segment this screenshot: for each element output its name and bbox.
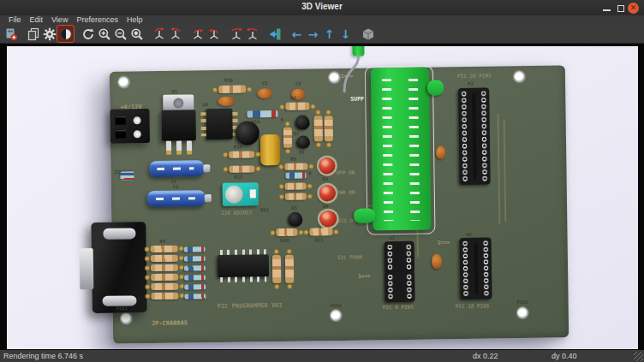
- resistor-ladder: [151, 246, 178, 252]
- rotate-y-counterclockwise-button[interactable]: [206, 26, 222, 42]
- diode-d10: [247, 110, 277, 118]
- mounting-hole: [517, 307, 528, 318]
- move-left-button[interactable]: ←: [289, 26, 305, 42]
- diode-d1: [296, 135, 310, 148]
- minimize-button[interactable]: [603, 9, 611, 11]
- dip-socket-28: [458, 88, 491, 185]
- rotate-y-clockwise-button[interactable]: [189, 26, 206, 42]
- resistor-r17: [325, 116, 333, 141]
- diode-ladder: [184, 265, 206, 270]
- resistor-r15: [229, 165, 254, 172]
- window-title: 3D Viewer: [0, 2, 644, 11]
- render-options-button[interactable]: [41, 26, 57, 42]
- resistor-ladder: [151, 274, 178, 281]
- ic-u4: [206, 109, 232, 139]
- resistor-r10: [218, 86, 246, 93]
- 3d-canvas[interactable]: +8/12V U3 U4: [7, 46, 638, 349]
- regulator-leg: [176, 141, 182, 155]
- ref-q3: Q3: [291, 205, 297, 211]
- up-arrow-icon: ↑: [325, 27, 335, 41]
- resistor-r11: [283, 128, 292, 148]
- orthographic-projection-button[interactable]: [360, 26, 376, 42]
- capacitor-orange: [218, 97, 235, 106]
- silk-pic18: PIC 18 PINS: [456, 303, 490, 310]
- rotate-z-cw-icon: [230, 27, 243, 41]
- refresh-icon: [81, 27, 95, 41]
- wire: [339, 55, 366, 94]
- led-d9: [319, 185, 336, 201]
- rotate-z-clockwise-button[interactable]: [228, 26, 244, 42]
- menu-view[interactable]: View: [47, 15, 72, 25]
- copy-icon: [27, 27, 40, 41]
- zif-socket: [371, 68, 432, 231]
- redraw-button[interactable]: [80, 26, 96, 42]
- dip-socket-8: [385, 241, 415, 273]
- ref-u1: U1: [390, 235, 396, 240]
- silk-pic8: PIC 8 PINS: [383, 304, 414, 311]
- resize-grip[interactable]: [634, 352, 643, 361]
- resistor-r20: [276, 228, 297, 236]
- title-bar[interactable]: 3D Viewer ✕: [0, 0, 644, 15]
- silk-p102: P102: [331, 303, 342, 308]
- copy-image-button[interactable]: [25, 26, 41, 42]
- resistor: [285, 193, 307, 200]
- zoom-in-icon: [98, 27, 111, 41]
- resistor-r9: [284, 163, 307, 170]
- zoom-out-icon: [114, 27, 128, 41]
- silk-author: JP-CHARRAS: [152, 319, 188, 327]
- rotate-y-ccw-icon: [207, 27, 221, 41]
- capacitor-orange: [436, 145, 445, 159]
- reload-board-button[interactable]: [3, 26, 19, 42]
- transistor-q2: [295, 115, 310, 129]
- rotate-z-counterclockwise-button[interactable]: [244, 26, 260, 42]
- silk-pin1-u5: 1=>>: [438, 239, 450, 245]
- 3d-viewer-window: 3D Viewer ✕ File Edit View Preferences H…: [0, 0, 644, 362]
- menu-help[interactable]: Help: [122, 15, 147, 25]
- ref-r7: R7: [290, 96, 296, 101]
- voltage-regulator-u3: [161, 110, 195, 141]
- ortho-cube-icon: [361, 27, 375, 41]
- zoom-fit-icon: [130, 27, 144, 41]
- zoom-in-button[interactable]: [96, 26, 112, 42]
- ref-r10: R10: [224, 78, 233, 83]
- zoom-out-button[interactable]: [112, 26, 128, 42]
- silk-k-mark: K: [281, 117, 283, 122]
- rotate-x-clockwise-button[interactable]: [151, 26, 167, 42]
- close-button[interactable]: ✕: [628, 3, 639, 14]
- zoom-to-fit-button[interactable]: [128, 26, 145, 42]
- ref-r15: R15: [234, 175, 242, 180]
- silk-p103: P103: [517, 300, 528, 305]
- resistor-ladder: [151, 283, 178, 290]
- down-arrow-icon: ↓: [341, 27, 351, 41]
- maximize-button[interactable]: [617, 5, 624, 12]
- copper-trace: [498, 113, 501, 224]
- menu-bar: File Edit View Preferences Help: [0, 15, 644, 25]
- raytracing-toggle-button[interactable]: [57, 26, 74, 42]
- zif-lever-handle: [354, 208, 375, 223]
- silk-pic28: PIC 28 PINS: [457, 73, 492, 80]
- move-right-button[interactable]: →: [305, 26, 321, 42]
- rotate-x-cw-icon: [152, 27, 166, 41]
- regulator-leg: [187, 140, 192, 154]
- silk-adjust: 13V ADJUST: [221, 209, 252, 216]
- db9-face-plate: [80, 248, 94, 289]
- right-arrow-icon: →: [308, 27, 319, 41]
- ref-u3: U3: [171, 89, 177, 94]
- move-down-button[interactable]: ↓: [337, 26, 354, 42]
- diode-ladder: [184, 246, 206, 252]
- ref-r20: R20: [281, 238, 289, 243]
- menu-edit[interactable]: Edit: [26, 15, 48, 25]
- flip-board-button[interactable]: [266, 26, 283, 42]
- capacitor-orange: [432, 253, 442, 269]
- mounting-hole: [121, 312, 132, 323]
- ref-d8: D8: [323, 176, 329, 181]
- rotate-x-counterclockwise-button[interactable]: [167, 26, 183, 42]
- copper-trace: [504, 119, 507, 222]
- diode-small: [285, 173, 306, 179]
- move-up-button[interactable]: ↑: [321, 26, 337, 42]
- menu-preferences[interactable]: Preferences: [72, 15, 122, 25]
- menu-file[interactable]: File: [4, 15, 26, 25]
- render-sphere-icon: [59, 27, 73, 41]
- ref-r4: R4: [160, 239, 166, 244]
- ref-d9: D9: [323, 204, 329, 209]
